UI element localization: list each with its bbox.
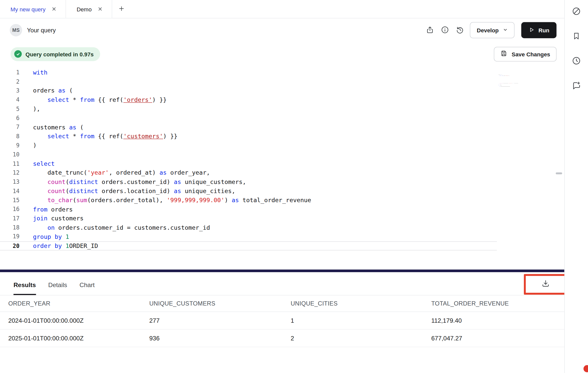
query-header: MS Your query Develop	[0, 18, 564, 42]
code-line-17[interactable]: 17join customers	[0, 214, 564, 223]
share-button[interactable]	[422, 23, 437, 38]
feedback-icon	[572, 80, 581, 91]
line-number: 5	[0, 106, 19, 112]
line-number: 10	[0, 151, 19, 158]
code-text: customers as (	[19, 124, 83, 131]
code-line-15[interactable]: 15 to_char(sum(orders.order_total), '999…	[0, 196, 564, 205]
code-line-1[interactable]: 1with	[0, 68, 564, 77]
table-header-row: ORDER_YEARUNIQUE_CUSTOMERSUNIQUE_CITIEST…	[0, 295, 564, 312]
line-number: 11	[0, 160, 19, 167]
results-table: ORDER_YEARUNIQUE_CUSTOMERSUNIQUE_CITIEST…	[0, 295, 564, 373]
line-number: 19	[0, 233, 19, 240]
code-line-11[interactable]: 11select	[0, 159, 564, 168]
code-line-5[interactable]: 5),	[0, 104, 564, 113]
status-message: Query completed in 0.97s	[26, 51, 94, 57]
recording-indicator-dot	[583, 365, 588, 372]
new-tab-button[interactable]	[112, 0, 131, 18]
line-number: 9	[0, 142, 19, 149]
query-history-button[interactable]	[453, 23, 467, 38]
develop-dropdown[interactable]: Develop	[470, 22, 514, 38]
history-icon	[456, 25, 464, 35]
table-cell: 2025-01-01T00:00:00.000Z	[8, 335, 149, 342]
table-cell: 936	[149, 335, 290, 342]
code-text: count(distinct orders.customer_id) as un…	[19, 178, 246, 185]
feedback-button[interactable]	[571, 81, 582, 91]
bookmark-button[interactable]	[571, 31, 582, 42]
sql-editor[interactable]: 1with23orders as (4 select * from {{ ref…	[0, 66, 564, 269]
tab-results[interactable]: Results	[13, 282, 36, 295]
code-line-9[interactable]: 9)	[0, 141, 564, 150]
code-line-18[interactable]: 18 on orders.customer_id = customers.cus…	[0, 223, 564, 232]
code-line-13[interactable]: 13 count(distinct orders.customer_id) as…	[0, 177, 564, 186]
history-rail-button[interactable]	[571, 56, 582, 66]
tab-demo[interactable]: Demo	[66, 0, 112, 18]
line-number: 16	[0, 206, 19, 213]
tab-bar: My new query Demo	[0, 0, 564, 18]
close-icon[interactable]	[52, 6, 57, 12]
save-changes-label: Save Changes	[512, 51, 550, 57]
info-button[interactable]	[437, 23, 452, 38]
tab-label: Demo	[77, 6, 92, 12]
editor-scrollbar-thumb[interactable]	[556, 172, 562, 174]
check-circle-icon	[14, 50, 22, 58]
line-number: 13	[0, 179, 19, 185]
line-number: 14	[0, 188, 19, 195]
bookmark-icon	[572, 31, 581, 41]
info-icon	[441, 25, 449, 35]
table-cell: 112,179.40	[431, 317, 564, 324]
minimap[interactable]	[498, 67, 523, 89]
tab-chart[interactable]: Chart	[80, 282, 95, 295]
line-number: 17	[0, 215, 19, 222]
download-icon	[541, 279, 550, 289]
code-text: )	[19, 142, 37, 149]
line-number: 12	[0, 169, 19, 176]
code-lines: 1with23orders as (4 select * from {{ ref…	[0, 68, 564, 250]
code-line-6[interactable]: 6	[0, 113, 564, 123]
debug-icon	[572, 6, 581, 17]
table-row[interactable]: 2024-01-01T00:00:00.000Z2771112,179.40	[0, 312, 564, 330]
code-line-16[interactable]: 16from orders	[0, 205, 564, 214]
line-number: 7	[0, 124, 19, 131]
code-line-12[interactable]: 12 date_trunc('year', ordered_at) as ord…	[0, 168, 564, 177]
code-line-8[interactable]: 8 select * from {{ ref('customers') }}	[0, 132, 564, 141]
column-header: ORDER_YEAR	[8, 300, 149, 307]
run-label: Run	[538, 27, 549, 33]
results-tab-bar: Results Details Chart	[0, 272, 564, 295]
code-text: join customers	[19, 215, 83, 222]
avatar[interactable]: MS	[10, 24, 22, 36]
app-window: My new query Demo MS Your query	[0, 0, 588, 373]
close-icon[interactable]	[98, 6, 103, 12]
code-text: group by 1	[19, 233, 69, 240]
code-text: to_char(sum(orders.order_total), '999,99…	[19, 197, 311, 204]
code-line-3[interactable]: 3orders as (	[0, 86, 564, 95]
table-cell: 2024-01-01T00:00:00.000Z	[8, 317, 149, 324]
query-status-badge: Query completed in 0.97s	[11, 47, 100, 61]
tab-details[interactable]: Details	[48, 282, 67, 295]
chevron-down-icon	[503, 27, 508, 33]
develop-label: Develop	[477, 27, 499, 33]
code-line-14[interactable]: 14 count(distinct orders.location_id) as…	[0, 186, 564, 196]
debug-button[interactable]	[571, 6, 582, 17]
column-header: UNIQUE_CITIES	[291, 300, 431, 307]
table-body: 2024-01-01T00:00:00.000Z2771112,179.4020…	[0, 312, 564, 347]
save-changes-button[interactable]: Save Changes	[494, 47, 556, 61]
line-number: 15	[0, 197, 19, 204]
code-line-7[interactable]: 7customers as (	[0, 123, 564, 132]
table-row[interactable]: 2025-01-01T00:00:00.000Z9362677,047.27	[0, 330, 564, 347]
code-line-2[interactable]: 2	[0, 77, 564, 86]
tab-label: My new query	[11, 6, 46, 12]
download-results-button[interactable]	[540, 278, 551, 290]
tab-my-new-query[interactable]: My new query	[0, 0, 66, 18]
clock-icon	[572, 56, 581, 66]
plus-icon	[118, 5, 125, 13]
code-text: select	[19, 160, 55, 167]
code-text: orders as (	[19, 87, 73, 94]
code-text: order by 1ORDER_ID	[19, 242, 98, 249]
run-button[interactable]: Run	[521, 22, 557, 38]
panel-resize-divider[interactable]	[0, 270, 564, 272]
code-line-19[interactable]: 19group by 1	[0, 232, 564, 241]
code-line-4[interactable]: 4 select * from {{ ref('orders') }}	[0, 95, 564, 104]
code-line-20[interactable]: 20order by 1ORDER_ID	[0, 241, 497, 250]
play-icon	[528, 27, 535, 34]
code-line-10[interactable]: 10	[0, 150, 564, 159]
